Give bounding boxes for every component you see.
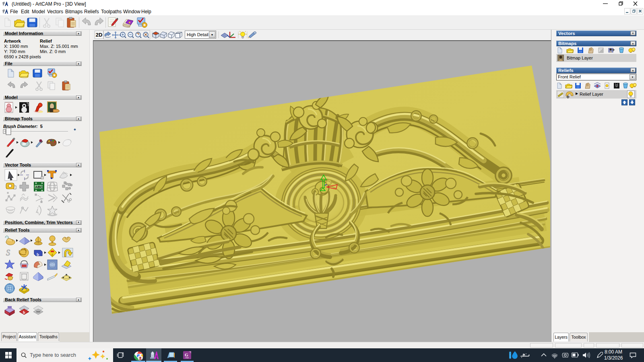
svg-text:S: S bbox=[6, 248, 10, 257]
svg-text:ABC: ABC bbox=[35, 185, 43, 189]
svg-text:PDF: PDF bbox=[186, 357, 189, 359]
svg-text:b: b bbox=[23, 311, 25, 315]
svg-text:b: b bbox=[37, 252, 39, 257]
